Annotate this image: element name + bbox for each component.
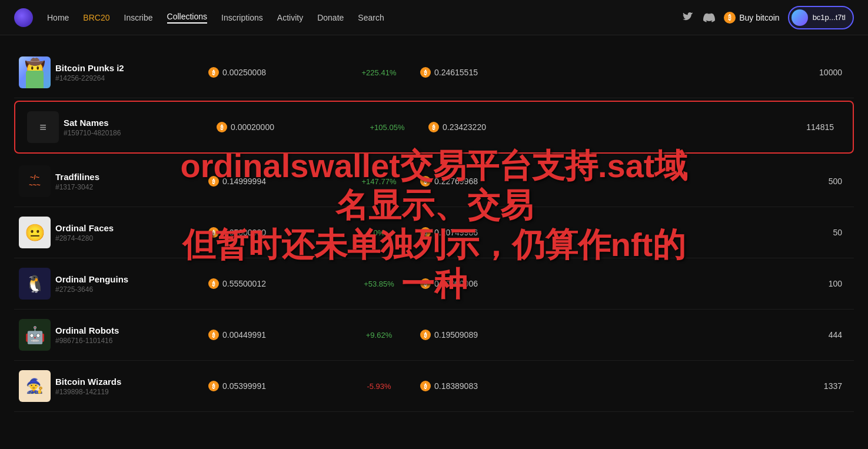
navbar: Home BRC20 Inscribe Collections Inscript… (0, 0, 868, 35)
btc-icon-floor: ₿ (208, 278, 219, 289)
btc-icon-volume: ₿ (420, 381, 431, 391)
volume-value: 0.20749986 (434, 228, 478, 237)
collection-row[interactable]: 🤖 Ordinal Robots #986716-1101416 ₿ 0.004… (14, 310, 854, 361)
floor-price-value: 0.14999994 (222, 177, 266, 186)
col-thumb: 🤖 (14, 319, 55, 351)
col-info: Ordinal Penguins #2725-3646 (55, 274, 208, 294)
collection-row[interactable]: ~/~~~~ Tradfilines #1317-3042 ₿ 0.149999… (14, 156, 854, 207)
btc-icon-floor: ₿ (208, 330, 219, 340)
collection-range: #2874-4280 (55, 234, 208, 242)
floor-price-value: 0.05000000 (222, 228, 266, 237)
col-change: +147.77% (338, 177, 420, 186)
collection-name: Bitcoin Punks i2 (55, 63, 208, 73)
btc-icon-floor: ₿ (208, 67, 219, 78)
collection-name: Ordinal Robots (55, 325, 208, 335)
collection-name: Sat Names (64, 118, 217, 128)
col-volume: ₿ 0.18389083 (420, 381, 550, 391)
collection-range: #14256-229264 (55, 74, 208, 82)
collection-row[interactable]: 😐 Ordinal Faces #2874-4280 ₿ 0.05000000 … (14, 207, 854, 258)
col-supply: 444 (550, 330, 854, 340)
col-floor-price: ₿ 0.55500012 (208, 278, 338, 289)
volume-value: 0.18389083 (434, 381, 478, 391)
twitter-icon[interactable] (681, 11, 694, 24)
logo[interactable] (14, 8, 33, 27)
collection-name: Ordinal Faces (55, 223, 208, 233)
col-thumb: 🧙 (14, 370, 55, 402)
buy-bitcoin-button[interactable]: ₿ Buy bitcoin (724, 12, 779, 24)
col-supply: 500 (550, 177, 854, 186)
nav-collections[interactable]: Collections (167, 12, 207, 24)
btc-icon-volume: ₿ (420, 67, 431, 78)
floor-price-value: 0.55500012 (222, 279, 266, 288)
collection-range: #159710-4820186 (64, 129, 217, 137)
col-floor-price: ₿ 0.00449991 (208, 330, 338, 340)
collection-thumbnail: 🧙 (19, 370, 51, 402)
collection-range: #2725-3646 (55, 285, 208, 294)
main-content: Bitcoin Punks i2 #14256-229264 ₿ 0.00250… (0, 35, 868, 424)
wallet-button[interactable]: bc1p...t7tl (788, 6, 854, 29)
nav-activity[interactable]: Activity (277, 13, 303, 22)
col-floor-price: ₿ 0.00020000 (217, 122, 346, 132)
btc-icon-volume: ₿ (420, 227, 431, 238)
collection-name: Ordinal Penguins (55, 274, 208, 284)
btc-icon-floor: ₿ (208, 176, 219, 187)
collection-row[interactable]: ≡ Sat Names #159710-4820186 ₿ 0.00020000… (14, 101, 854, 154)
collection-range: #986716-1101416 (55, 337, 208, 345)
btc-icon-floor: ₿ (208, 227, 219, 238)
floor-price-value: 0.00449991 (222, 330, 266, 340)
volume-value: 0.24615515 (434, 68, 478, 77)
collection-thumbnail: 🤖 (19, 319, 51, 351)
floor-price-value: 0.00020000 (231, 122, 274, 132)
col-change: +53.85% (338, 280, 420, 288)
btc-icon-floor: ₿ (208, 381, 219, 391)
col-info: Sat Names #159710-4820186 (64, 118, 217, 137)
col-info: Ordinal Robots #986716-1101416 (55, 325, 208, 345)
col-change: +225.41% (338, 68, 420, 77)
nav-donate[interactable]: Donate (317, 13, 344, 22)
discord-icon[interactable] (703, 11, 716, 24)
col-info: Bitcoin Wizards #139898-142119 (55, 377, 208, 396)
col-info: Tradfilines #1317-3042 (55, 172, 208, 191)
nav-brc20[interactable]: BRC20 (83, 13, 109, 22)
volume-value: 0.22769968 (434, 177, 478, 186)
nav-inscriptions[interactable]: Inscriptions (221, 13, 263, 22)
buy-bitcoin-label: Buy bitcoin (739, 13, 779, 22)
col-thumb: ~/~~~~ (14, 165, 55, 197)
col-floor-price: ₿ 0.00250008 (208, 67, 338, 78)
collection-row[interactable]: Bitcoin Punks i2 #14256-229264 ₿ 0.00250… (14, 47, 854, 98)
col-volume: ₿ 0.20749986 (420, 227, 550, 238)
col-supply: 10000 (550, 68, 854, 77)
wallet-avatar (791, 9, 808, 26)
nav-home[interactable]: Home (47, 13, 69, 22)
col-volume: ₿ 0.20000006 (420, 278, 550, 289)
nav-inscribe[interactable]: Inscribe (124, 13, 153, 22)
col-change: +105.05% (346, 123, 428, 132)
col-change: +9.62% (338, 331, 420, 340)
collection-thumbnail: ~/~~~~ (19, 165, 51, 197)
collections-list: Bitcoin Punks i2 #14256-229264 ₿ 0.00250… (14, 47, 854, 412)
collection-thumbnail: ≡ (27, 111, 59, 143)
btc-icon-volume: ₿ (420, 330, 431, 340)
col-change: -5.93% (338, 382, 420, 391)
col-supply: 114815 (558, 122, 846, 132)
btc-icon-floor: ₿ (217, 122, 227, 132)
col-volume: ₿ 0.22769968 (420, 176, 550, 187)
collection-row[interactable]: 🧙 Bitcoin Wizards #139898-142119 ₿ 0.053… (14, 361, 854, 412)
col-floor-price: ₿ 0.05000000 (208, 227, 338, 238)
collection-thumbnail (19, 56, 51, 88)
nav-search[interactable]: Search (358, 13, 384, 22)
collection-range: #139898-142119 (55, 388, 208, 396)
wallet-address: bc1p...t7tl (813, 13, 846, 22)
col-thumb: 😐 (14, 217, 55, 248)
col-info: Ordinal Faces #2874-4280 (55, 223, 208, 242)
volume-value: 0.23423220 (443, 122, 486, 132)
col-thumb: 🐧 (14, 268, 55, 300)
col-supply: 1337 (550, 381, 854, 391)
btc-icon-volume: ₿ (420, 278, 431, 289)
col-info: Bitcoin Punks i2 #14256-229264 (55, 63, 208, 82)
volume-value: 0.20000006 (434, 279, 478, 288)
col-supply: 50 (550, 228, 854, 237)
btc-icon-volume: ₿ (428, 122, 439, 132)
collection-row[interactable]: 🐧 Ordinal Penguins #2725-3646 ₿ 0.555000… (14, 258, 854, 310)
col-change: 0% (338, 228, 420, 237)
